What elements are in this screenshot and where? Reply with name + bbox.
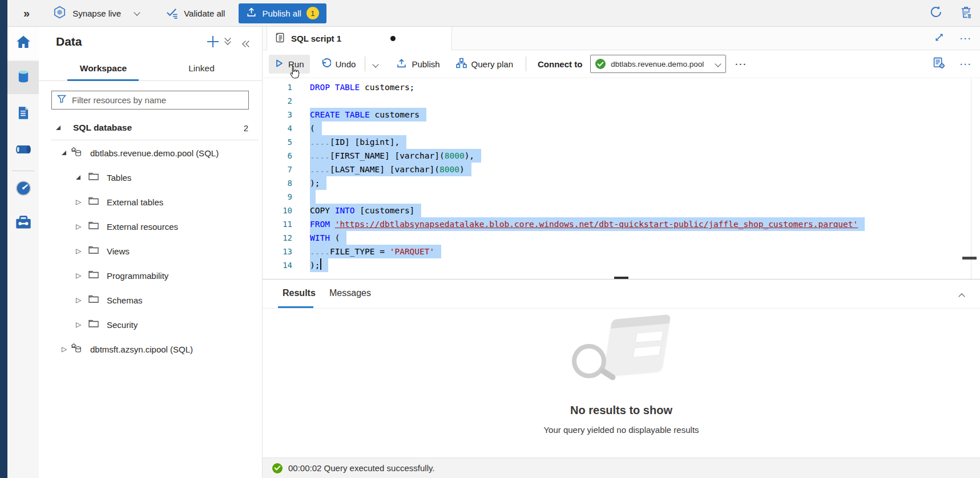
- chevron-down-icon: [134, 9, 140, 15]
- nav-monitor-button[interactable]: [7, 173, 39, 206]
- query-plan-label: Query plan: [471, 59, 513, 69]
- collapsed-caret-icon[interactable]: ▷: [62, 346, 67, 353]
- tab-messages[interactable]: Messages: [329, 279, 371, 307]
- connect-to-label: Connect to: [538, 59, 582, 69]
- publish-icon: [396, 58, 407, 70]
- results-header: Results Messages: [263, 279, 980, 309]
- tab-more-actions-icon[interactable]: ···: [960, 34, 972, 43]
- code-line-2[interactable]: 2: [263, 94, 980, 108]
- code-line-9[interactable]: 9: [263, 190, 980, 204]
- properties-icon[interactable]: [933, 56, 945, 71]
- tree-item-programmability[interactable]: ▷Programmability: [39, 263, 262, 287]
- collapsed-caret-icon[interactable]: ▷: [76, 248, 81, 254]
- publish-count-badge: 1: [306, 7, 319, 19]
- add-resource-button[interactable]: [206, 35, 220, 48]
- editor-toolbar: Run Undo Publish Query plan Connect to d…: [263, 50, 980, 78]
- code-text: COPY INTO [customers]: [310, 204, 421, 217]
- validate-all-label: Validate all: [184, 9, 225, 18]
- nav-home-button[interactable]: [7, 27, 39, 60]
- publish-all-button[interactable]: Publish all 1: [239, 3, 326, 23]
- active-tab-underline: [67, 79, 139, 81]
- undo-icon: [320, 58, 331, 70]
- tree-item-views[interactable]: ▷Views: [39, 238, 262, 263]
- code-line-4[interactable]: 4(: [263, 121, 980, 135]
- tree-item-dbtlabs-revenue-demo-pool-sql[interactable]: dbtlabs.revenue.demo.pool (SQL): [39, 140, 262, 165]
- splitter-grip[interactable]: [614, 277, 628, 279]
- validate-check-icon: [166, 6, 179, 21]
- collapse-panel-icon[interactable]: [243, 38, 250, 48]
- code-line-14[interactable]: 14);: [263, 258, 980, 272]
- code-line-13[interactable]: 13 FILE_TYPE = 'PARQUET': [263, 245, 980, 258]
- pipeline-icon: [15, 142, 32, 159]
- nav-develop-button[interactable]: [7, 98, 39, 131]
- folder-icon: [88, 171, 99, 183]
- collapsed-caret-icon[interactable]: ▷: [76, 321, 81, 328]
- line-number: 3: [263, 108, 292, 121]
- publish-button[interactable]: Publish: [390, 54, 445, 74]
- nav-manage-button[interactable]: [7, 207, 39, 240]
- code-line-3[interactable]: 3CREATE TABLE customers: [263, 108, 980, 121]
- nav-data-button[interactable]: [7, 61, 39, 94]
- collapsed-caret-icon[interactable]: ▷: [76, 199, 81, 205]
- tab-linked[interactable]: Linked: [176, 56, 227, 80]
- query-status-bar: 00:00:02 Query executed successfully.: [263, 457, 980, 478]
- expand-editor-icon[interactable]: [934, 33, 944, 44]
- line-number: 7: [263, 163, 292, 176]
- code-line-7[interactable]: 7 [LAST_NAME] [varchar](8000): [263, 163, 980, 176]
- database-tree: SQL database2dbtlabs.revenue.demo.pool (…: [39, 115, 262, 361]
- collapsed-caret-icon[interactable]: ▷: [76, 297, 81, 303]
- tree-item-label: Schemas: [107, 295, 143, 305]
- code-line-12[interactable]: 12WITH (: [263, 231, 980, 245]
- collapsed-caret-icon[interactable]: ▷: [76, 223, 81, 230]
- tree-item-external-tables[interactable]: ▷External tables: [39, 189, 262, 214]
- expand-panel-icon[interactable]: »: [23, 7, 30, 20]
- collapsed-caret-icon[interactable]: ▷: [76, 272, 81, 279]
- expanded-caret-icon[interactable]: [76, 175, 80, 180]
- undo-button[interactable]: Undo: [314, 54, 362, 74]
- publish-all-label: Publish all: [262, 9, 301, 18]
- code-line-10[interactable]: 10COPY INTO [customers]: [263, 204, 980, 217]
- sql-code-editor[interactable]: 1DROP TABLE customers;23CREATE TABLE cus…: [263, 78, 980, 279]
- expanded-caret-icon[interactable]: [56, 125, 61, 130]
- query-plan-button[interactable]: Query plan: [450, 54, 519, 74]
- line-number: 9: [263, 190, 292, 204]
- refresh-icon[interactable]: [929, 5, 943, 21]
- toolbar-divider: [526, 56, 526, 71]
- tree-item-external-resources[interactable]: ▷External resources: [39, 214, 262, 238]
- expanded-caret-icon[interactable]: [62, 151, 66, 155]
- code-text: (: [310, 121, 322, 135]
- success-check-icon: [272, 463, 283, 473]
- collapse-all-icon[interactable]: [225, 36, 230, 43]
- run-button[interactable]: Run: [269, 55, 310, 74]
- nav-integrate-button[interactable]: [7, 134, 39, 167]
- tree-item-sql-database[interactable]: SQL database2: [39, 115, 262, 140]
- tree-item-count: 2: [244, 123, 248, 132]
- tree-item-dbtmsft-azsyn-cipool-sql[interactable]: ▷dbtmsft.azsyn.cipool (SQL): [39, 337, 262, 361]
- filter-resources-input[interactable]: [71, 95, 248, 106]
- discard-trash-icon[interactable]: [960, 6, 972, 21]
- line-number: 8: [263, 176, 292, 190]
- collapse-results-icon[interactable]: [959, 291, 964, 301]
- tree-item-schemas[interactable]: ▷Schemas: [39, 287, 262, 312]
- run-play-icon: [275, 59, 284, 70]
- code-line-5[interactable]: 5 [ID] [bigint],: [263, 135, 980, 149]
- synapse-live-dropdown[interactable]: Synapse live: [53, 5, 139, 22]
- results-body: No results to show Your query yielded no…: [263, 309, 980, 457]
- code-line-11[interactable]: 11FROM 'https://dbtlabsynapsedatalake.bl…: [263, 217, 980, 231]
- connect-to-pool-dropdown[interactable]: dbtlabs.revenue.demo.pool: [590, 55, 726, 73]
- code-line-6[interactable]: 6 [FIRST_NAME] [varchar](8000),: [263, 149, 980, 163]
- filter-funnel-icon: [57, 95, 66, 106]
- tab-results[interactable]: Results: [283, 279, 316, 307]
- folder-icon: [88, 294, 99, 306]
- tab-workspace[interactable]: Workspace: [66, 56, 140, 80]
- toolbar-more-icon[interactable]: ···: [960, 60, 972, 68]
- validate-all-button[interactable]: Validate all: [166, 6, 225, 21]
- undo-redo-chevron[interactable]: [369, 55, 382, 73]
- panel-title: Data: [56, 35, 82, 48]
- code-line-1[interactable]: 1DROP TABLE customers;: [263, 80, 980, 94]
- tree-item-tables[interactable]: Tables: [39, 165, 262, 189]
- connect-more-icon[interactable]: ···: [735, 59, 747, 69]
- tab-sql-script-1[interactable]: SQL script 1: [267, 27, 452, 50]
- tree-item-security[interactable]: ▷Security: [39, 312, 262, 337]
- code-line-8[interactable]: 8);: [263, 176, 980, 190]
